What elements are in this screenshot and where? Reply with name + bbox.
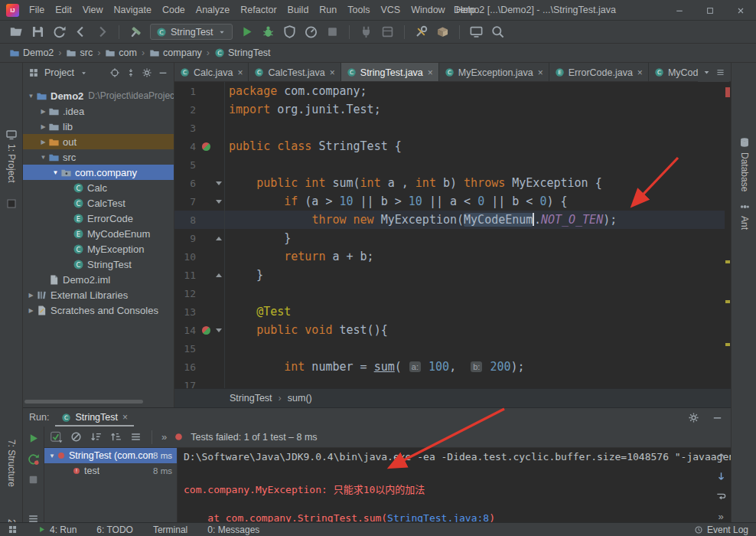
run-config-selector[interactable]: CStringTest (150, 24, 233, 40)
breadcrumb-demo2[interactable]: Demo2 (9, 47, 54, 58)
fold-up-icon[interactable] (216, 273, 222, 277)
tree-item-calctest[interactable]: CCalcTest (23, 195, 174, 211)
coverage-button[interactable] (282, 25, 297, 39)
ant-icon[interactable] (738, 201, 751, 213)
scroll-up-icon[interactable] (715, 451, 727, 462)
console-output[interactable]: D:\Software\Java\JDK9.0.4\bin\java.exe -… (178, 448, 731, 522)
menu-run[interactable]: Run (314, 0, 342, 21)
soft-wrap-icon[interactable] (715, 491, 727, 502)
chevron-right[interactable]: ▶ (38, 139, 48, 145)
breadcrumb-class[interactable]: StringTest (230, 393, 272, 404)
settings-tools-button[interactable] (414, 25, 429, 39)
fold-down-icon[interactable] (216, 200, 222, 204)
close-tab[interactable]: × (538, 67, 543, 78)
database-icon[interactable] (738, 136, 751, 149)
tool-button-database[interactable]: Database (739, 152, 750, 191)
tree-item-mycodeenum[interactable]: EMyCodeEnum (23, 226, 174, 241)
close-tab[interactable]: × (122, 412, 128, 423)
breadcrumb-company[interactable]: company (149, 47, 202, 58)
menu-analyze[interactable]: Analyze (191, 0, 235, 21)
maximize-button[interactable] (695, 0, 725, 21)
tool-button-project[interactable]: 1: Project (6, 144, 17, 183)
settings-gear-icon[interactable] (688, 412, 699, 423)
tree-item-scratches-and-consoles[interactable]: ▶Scratches and Consoles (23, 302, 174, 318)
error-stripe-mark-red[interactable] (725, 87, 730, 97)
statusbar-4-run[interactable]: 4: Run (37, 525, 77, 535)
chevron-right[interactable]: ▶ (26, 307, 36, 314)
menu-navigate[interactable]: Navigate (109, 0, 157, 21)
tree-item-calc[interactable]: CCalc (23, 180, 174, 195)
statusbar-6-todo[interactable]: 6: TODO (96, 525, 133, 535)
close-tab[interactable]: × (637, 67, 643, 78)
breadcrumb-method[interactable]: sum() (288, 393, 312, 404)
menu-edit[interactable]: Edit (50, 0, 77, 21)
run-tab[interactable]: CStringTest× (55, 408, 134, 427)
hide-panel-icon[interactable] (712, 412, 723, 423)
statusbar-terminal[interactable]: Terminal (153, 525, 187, 535)
stop-process-button[interactable] (27, 473, 40, 486)
menu-refactor[interactable]: Refactor (235, 0, 282, 21)
minimize-button[interactable] (664, 0, 695, 21)
close-button[interactable] (725, 0, 756, 21)
test-item-stringtest-com-com[interactable]: ▼StringTest (com.com8 ms (44, 448, 177, 463)
stop-button[interactable] (325, 25, 340, 39)
project-view-icon[interactable] (28, 67, 39, 78)
stack-trace-link[interactable]: StringTest.java:8 (387, 512, 489, 522)
chevron-right[interactable]: ▶ (26, 292, 36, 299)
forward-button[interactable] (95, 25, 109, 39)
editor-tab-errorcode-java[interactable]: EErrorCode.java× (549, 63, 649, 82)
editor-options-menu-icon[interactable] (715, 67, 725, 77)
tool-button-structure[interactable]: 7: Structure (6, 440, 17, 487)
tree-item-out[interactable]: ▶out (23, 134, 174, 149)
tree-item-lib[interactable]: ▶lib (23, 119, 174, 134)
menu-tools[interactable]: Tools (342, 0, 375, 21)
tree-item-external-libraries[interactable]: ▶External Libraries (23, 287, 174, 302)
hide-panel-icon[interactable] (158, 67, 168, 78)
error-stripe-mark-yellow[interactable] (725, 343, 730, 346)
rerun-failed-tests-button[interactable] (27, 453, 40, 466)
locate-file-icon[interactable] (109, 67, 120, 78)
breadcrumb-src[interactable]: src (66, 47, 93, 58)
run-button[interactable] (240, 25, 254, 39)
project-tool-window-icon[interactable] (5, 129, 18, 141)
dump-threads-button[interactable] (380, 25, 395, 39)
profiler-button[interactable] (304, 25, 318, 39)
synchronize-button[interactable] (52, 25, 67, 39)
tree-item-errorcode[interactable]: EErrorCode (23, 211, 174, 226)
save-all-button[interactable] (31, 25, 45, 39)
editor-tab-stringtest-java[interactable]: CStringTest.java× (341, 63, 439, 82)
horizontal-scrollbar[interactable] (24, 400, 143, 404)
restore-layout-button[interactable] (469, 25, 484, 39)
back-button[interactable] (73, 25, 88, 39)
editor-tab-myexception-java[interactable]: CMyException.java× (439, 63, 549, 82)
menu-file[interactable]: File (24, 0, 50, 21)
collapse-all-icon[interactable] (125, 67, 136, 78)
close-tab[interactable]: × (237, 67, 243, 78)
run-test-gutter-icon[interactable] (202, 142, 210, 151)
tree-item-src[interactable]: ▼src (23, 149, 174, 165)
breadcrumb-stringtest[interactable]: CStringTest (214, 47, 271, 58)
menu-code[interactable]: Code (157, 0, 191, 21)
editor-tab-calc-java[interactable]: CCalc.java× (174, 63, 249, 82)
tree-item-com-company[interactable]: ▼com.company (23, 165, 174, 180)
tree-item-myexception[interactable]: CMyException (23, 241, 174, 257)
statusbar-menu-icon[interactable] (8, 525, 18, 534)
open-project-button[interactable] (9, 25, 24, 39)
chevron-down-icon[interactable] (80, 69, 88, 77)
build-button[interactable] (129, 25, 143, 39)
statusbar-event-log[interactable]: Event Log (694, 525, 748, 535)
chevron-right[interactable]: ▶ (38, 108, 48, 115)
menu-window[interactable]: Window (406, 0, 450, 21)
chevron-down[interactable]: ▼ (47, 453, 57, 459)
close-tab[interactable]: × (330, 67, 335, 78)
error-stripe-mark-yellow[interactable] (725, 260, 730, 263)
code-editor[interactable]: 1package com.company;2import org.junit.T… (174, 82, 725, 388)
run-test-gutter-icon[interactable] (202, 326, 210, 335)
menu-build[interactable]: Build (282, 0, 314, 21)
show-passed-icon[interactable] (50, 430, 63, 443)
settings-gear-icon[interactable] (142, 67, 152, 78)
menu-view[interactable]: View (77, 0, 109, 21)
menu-vcs[interactable]: VCS (375, 0, 406, 21)
sort-by-duration-icon[interactable] (109, 430, 122, 443)
editor-tab-calctest-java[interactable]: CCalcTest.java× (249, 63, 341, 82)
